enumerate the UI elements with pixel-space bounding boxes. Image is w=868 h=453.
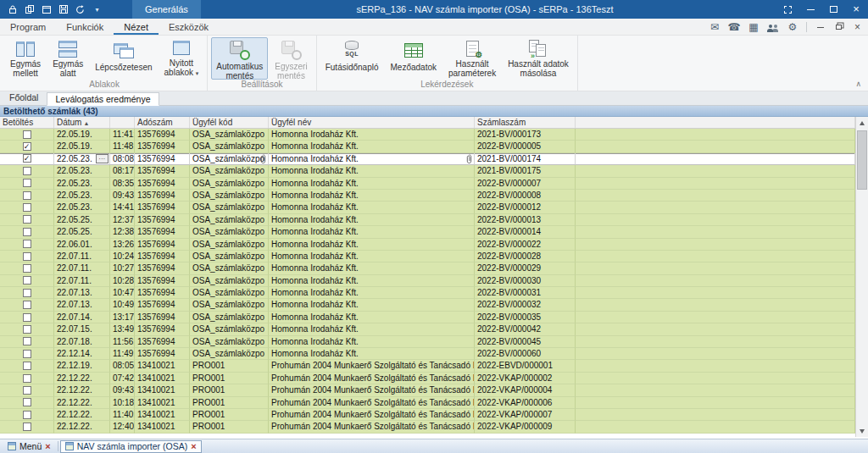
close-tab-icon[interactable]: ×: [191, 442, 196, 451]
row-ellipsis-button[interactable]: ...: [96, 154, 108, 163]
l-pcs-zetesen-button[interactable]: Lépcsőzetesen: [90, 37, 157, 80]
row-checkbox[interactable]: [23, 362, 31, 370]
mdi-close-icon[interactable]: ×: [852, 22, 863, 33]
egym-s-alatt-button[interactable]: Egymás alatt: [47, 37, 88, 80]
row-checkbox[interactable]: [23, 423, 31, 431]
row-checkbox[interactable]: [23, 350, 31, 358]
close-icon[interactable]: ×: [851, 4, 861, 14]
menu-program[interactable]: Program: [0, 19, 56, 35]
row-checkbox[interactable]: [23, 228, 31, 236]
fit-window-icon[interactable]: [782, 4, 793, 14]
nyitott-ablakok-button[interactable]: Nyitott ablakok ▾: [159, 37, 204, 80]
row-checkbox[interactable]: [23, 301, 31, 309]
table-row[interactable]: 22.12.19.08:05:2913410021PRO001Prohumán …: [0, 360, 855, 372]
egym-s-mellett-button[interactable]: Egymás mellett: [5, 37, 46, 80]
row-checkbox[interactable]: [23, 167, 31, 175]
column-header-gyf-l-n-v[interactable]: Ügyfél név: [269, 117, 475, 128]
row-checkbox[interactable]: [23, 337, 31, 345]
column-header-empty[interactable]: [576, 117, 855, 128]
table-row[interactable]: ✓22.05.19.11:48:5913576994OSA_számlaközp…: [0, 141, 855, 152]
table-row[interactable]: 22.07.11.10:24:3713576994OSA_számlaközpo…: [0, 251, 855, 262]
window-icon[interactable]: [41, 4, 52, 15]
mdi-minimize-icon[interactable]: [815, 22, 826, 33]
column-header-d-tum[interactable]: Dátum▲: [54, 117, 110, 128]
scroll-down-icon[interactable]: [856, 425, 868, 437]
row-checkbox[interactable]: [23, 411, 31, 419]
row-checkbox[interactable]: ✓: [23, 154, 31, 163]
row-checkbox[interactable]: [23, 276, 31, 285]
menu-n-zet[interactable]: Nézet: [114, 19, 159, 35]
row-checkbox[interactable]: [23, 386, 31, 395]
column-header-gyf-l-k-d[interactable]: Ügyfél kód: [190, 117, 269, 128]
automatikus-ment-s-button[interactable]: Automatikus mentés: [211, 37, 268, 80]
scrollbar-thumb[interactable]: [857, 130, 867, 190]
table-row[interactable]: 22.05.25.12:38:4813576994OSA_számlaközpo…: [0, 226, 855, 238]
column-header-sz-mlasz-m[interactable]: Számlaszám: [475, 117, 576, 128]
table-row[interactable]: 22.07.13.10:49:5013576994OSA_számlaközpo…: [0, 299, 855, 311]
menu-eszk-z-k[interactable]: Eszközök: [159, 19, 219, 35]
table-row[interactable]: 22.07.11.10:27:1213576994OSA_számlaközpo…: [0, 262, 855, 274]
row-checkbox[interactable]: [23, 264, 31, 273]
table-row[interactable]: 22.07.18.11:56:5213576994OSA_számlaközpo…: [0, 336, 855, 348]
table-row[interactable]: 22.12.22.10:18:0913410021PRO001Prohumán …: [0, 397, 855, 409]
refresh-icon[interactable]: [75, 4, 86, 15]
grid-icon[interactable]: ▦: [748, 21, 760, 33]
table-row[interactable]: 22.05.23.09:43:5013576994OSA_számlaközpo…: [0, 190, 855, 202]
row-checkbox[interactable]: [23, 325, 31, 334]
menu-funkci-k[interactable]: Funkciók: [56, 19, 114, 35]
table-row[interactable]: 22.05.19.11:41:0713576994OSA_számlaközpo…: [0, 129, 855, 141]
row-checkbox[interactable]: [23, 130, 31, 139]
row-checkbox[interactable]: [23, 374, 31, 383]
table-row[interactable]: 22.05.23.08:17:2713576994OSA_számlaközpo…: [0, 165, 855, 177]
haszn-lt-param-terek-button[interactable]: ⚙Használt paraméterek: [443, 37, 501, 80]
mail-icon[interactable]: ✉: [709, 21, 721, 33]
taskbar-tab-nav-sz-mla-importer-osa[interactable]: NAV számla importer (OSA)×: [60, 440, 202, 453]
collapse-ribbon-icon[interactable]: ∧: [855, 80, 861, 88]
column-header-bet-lt-s[interactable]: Betöltés: [0, 117, 54, 128]
generate-tab[interactable]: Generálás: [132, 0, 201, 19]
table-row[interactable]: 22.06.01.13:26:1713576994OSA_számlaközpo…: [0, 239, 855, 251]
vertical-scrollbar[interactable]: [855, 117, 868, 437]
column-header-empty[interactable]: [110, 117, 135, 128]
table-row[interactable]: 22.05.23.14:41:2313576994OSA_számlaközpo…: [0, 202, 855, 213]
row-checkbox[interactable]: [23, 313, 31, 322]
quick-access-dropdown-icon[interactable]: ▾: [92, 4, 103, 15]
row-checkbox[interactable]: [23, 215, 31, 224]
lock-icon[interactable]: [7, 4, 18, 15]
fut-sid-napl-button[interactable]: SQLFutásidőnapló: [320, 37, 384, 80]
table-row[interactable]: ✓22.05.23....08:08:0713576994OSA_számlak…: [0, 153, 855, 165]
table-row[interactable]: 22.12.14.11:49:5913576994OSA_számlaközpo…: [0, 348, 855, 360]
taskbar-tab-men[interactable]: Menü×: [3, 440, 56, 453]
row-checkbox[interactable]: ✓: [23, 142, 31, 151]
scroll-up-icon[interactable]: [856, 117, 868, 129]
table-row[interactable]: 22.07.11.10:28:5013576994OSA_számlaközpo…: [0, 275, 855, 287]
table-row[interactable]: 22.07.14.13:17:4913576994OSA_számlaközpo…: [0, 312, 855, 323]
table-row[interactable]: 22.12.22.12:40:1713410021PRO001Prohumán …: [0, 421, 855, 433]
row-checkbox[interactable]: [23, 252, 31, 261]
copy-pages-icon[interactable]: [24, 4, 35, 15]
table-row[interactable]: 22.12.22.11:40:2113410021PRO001Prohumán …: [0, 409, 855, 421]
row-checkbox[interactable]: [23, 240, 31, 248]
minimize-icon[interactable]: [805, 4, 815, 14]
tab-lev-logat-s-eredm-nye[interactable]: Leválogatás eredménye: [47, 92, 159, 106]
row-checkbox[interactable]: [23, 203, 31, 212]
mez-adatok-button[interactable]: Mezőadatok: [386, 37, 442, 80]
row-checkbox[interactable]: [23, 289, 31, 297]
users-icon[interactable]: [767, 21, 779, 33]
phone-icon[interactable]: ☎: [728, 21, 740, 33]
table-row[interactable]: 22.07.13.10:47:5513576994OSA_számlaközpo…: [0, 287, 855, 299]
row-checkbox[interactable]: [23, 191, 31, 200]
table-row[interactable]: 22.05.25.12:37:1413576994OSA_számlaközpo…: [0, 214, 855, 226]
mdi-restore-icon[interactable]: [833, 22, 844, 33]
row-checkbox[interactable]: [23, 179, 31, 187]
gear-icon[interactable]: ⚙: [787, 21, 798, 33]
table-row[interactable]: 22.07.15.13:49:0213576994OSA_számlaközpo…: [0, 323, 855, 335]
maximize-icon[interactable]: [828, 4, 838, 14]
table-row[interactable]: 22.05.23.08:35:3413576994OSA_számlaközpo…: [0, 178, 855, 190]
save-icon[interactable]: [58, 4, 69, 15]
table-row[interactable]: 22.12.22.07:42:4213410021PRO001Prohumán …: [0, 373, 855, 384]
table-row[interactable]: 22.12.22.09:43:5213410021PRO001Prohumán …: [0, 384, 855, 396]
tab-f-oldal[interactable]: Főoldal: [2, 91, 46, 105]
column-header-ad-sz-m[interactable]: Adószám: [135, 117, 190, 128]
row-checkbox[interactable]: [23, 398, 31, 406]
